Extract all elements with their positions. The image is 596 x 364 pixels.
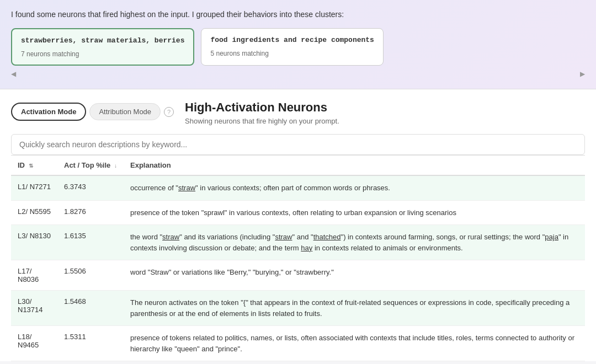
title-block: High-Activation Neurons Showing neurons … [185, 100, 585, 125]
cluster-card-count: 7 neurons matching [21, 50, 184, 58]
cluster-card-count: 5 neurons matching [210, 50, 374, 57]
cell-id: L1/ N7271 [11, 175, 57, 200]
cell-act: 1.5506 [57, 260, 124, 291]
neuron-table: ID ⇅ Act / Top %ile ↓ Explanation L1/ N7… [11, 155, 585, 361]
cluster-cards: strawberries, straw materials, berries7 … [11, 28, 384, 66]
mode-title-row: Activation Mode Attribution Mode ? High-… [11, 100, 585, 125]
table-row: L3/ N81301.6135the word "straw" and its … [11, 225, 585, 260]
cluster-card-title: food ingredients and recipe components [210, 35, 374, 45]
attribution-mode-button[interactable]: Attribution Mode [89, 103, 161, 120]
cell-explanation: presence of tokens related to politics, … [124, 326, 585, 361]
col-explanation: Explanation [124, 156, 585, 176]
cluster-intro-text: I found some neurons that fired highest … [11, 9, 585, 20]
cluster-cards-wrapper: strawberries, straw materials, berries7 … [11, 28, 585, 66]
search-row [11, 134, 585, 155]
scroll-right-arrow[interactable]: ▶ [580, 70, 585, 78]
cell-explanation: word "Straw" or variations like "Berry,"… [124, 260, 585, 291]
table-row: L17/ N80361.5506word "Straw" or variatio… [11, 260, 585, 291]
sort-id-icon: ⇅ [29, 163, 33, 169]
cell-id: L18/ N9465 [11, 326, 57, 361]
table-row: L2/ N55951.8276presence of the token "sp… [11, 200, 585, 225]
cluster-card-2[interactable]: food ingredients and recipe components5 … [201, 28, 383, 66]
page-title: High-Activation Neurons [185, 100, 585, 115]
cell-id: L2/ N5595 [11, 200, 57, 225]
scroll-left-arrow[interactable]: ◀ [11, 70, 16, 78]
table-body: L1/ N72716.3743occurrence of "straw" in … [11, 175, 585, 361]
table-header: ID ⇅ Act / Top %ile ↓ Explanation [11, 156, 585, 176]
cell-id: L17/ N8036 [11, 260, 57, 291]
col-act[interactable]: Act / Top %ile ↓ [57, 156, 124, 176]
mode-buttons: Activation Mode Attribution Mode ? [11, 103, 174, 121]
help-icon[interactable]: ? [164, 107, 174, 117]
search-input[interactable] [11, 134, 585, 155]
cell-explanation: presence of the token "sprawl" in variou… [124, 200, 585, 225]
activation-mode-button[interactable]: Activation Mode [11, 103, 86, 121]
cell-id: L30/ N13714 [11, 291, 57, 326]
cell-id: L3/ N8130 [11, 225, 57, 260]
cell-act: 1.5468 [57, 291, 124, 326]
cell-act: 1.8276 [57, 200, 124, 225]
cluster-card-1[interactable]: strawberries, straw materials, berries7 … [11, 28, 194, 66]
table-row: L30/ N137141.5468The neuron activates on… [11, 291, 585, 326]
col-id[interactable]: ID ⇅ [11, 156, 57, 176]
cell-act: 1.5311 [57, 326, 124, 361]
cluster-card-title: strawberries, straw materials, berries [21, 36, 184, 46]
page-subtitle: Showing neurons that fire highly on your… [185, 117, 585, 125]
table-row: L18/ N94651.5311presence of tokens relat… [11, 326, 585, 361]
cluster-section: I found some neurons that fired highest … [0, 0, 596, 89]
main-section: Activation Mode Attribution Mode ? High-… [0, 89, 596, 361]
cell-explanation: occurrence of "straw" in various context… [124, 175, 585, 200]
table-row: L1/ N72716.3743occurrence of "straw" in … [11, 175, 585, 200]
sort-act-icon: ↓ [114, 163, 117, 169]
cell-act: 1.6135 [57, 225, 124, 260]
cell-explanation: The neuron activates on the token "{" th… [124, 291, 585, 326]
cell-act: 6.3743 [57, 175, 124, 200]
cell-explanation: the word "straw" and its variations (inc… [124, 225, 585, 260]
